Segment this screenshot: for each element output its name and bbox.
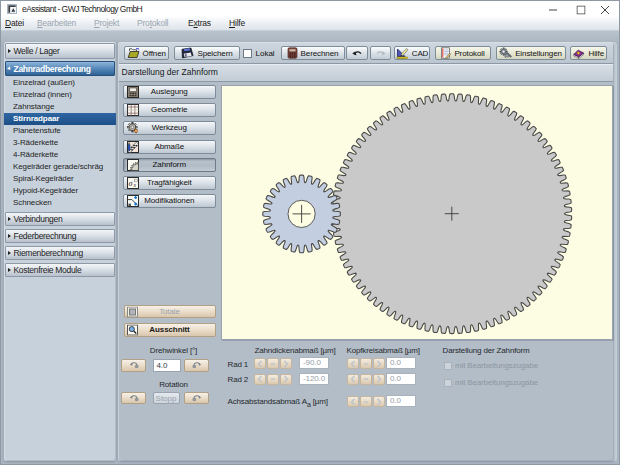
achsabstand-stepper <box>347 396 385 407</box>
menu-item-protokoll[interactable]: Protokoll <box>137 17 168 30</box>
auslegung-button[interactable]: Auslegung <box>123 85 217 99</box>
rad1-input[interactable]: -90.0 <box>299 357 329 369</box>
display-options-title: Darstellung der Zahnform <box>443 346 530 355</box>
sidebar-item-planetenstufe[interactable]: Planetenstufe <box>4 125 116 137</box>
rad1-stepper-decrement-button[interactable] <box>254 358 266 369</box>
report-button[interactable]: Protokoll <box>435 46 491 60</box>
sidebar-section-verbindungen[interactable]: Verbindungen <box>5 212 115 226</box>
calculate-button-label: Berechnen <box>301 49 339 58</box>
zahnform-button[interactable]: Zahnform <box>123 158 217 172</box>
geometrie-button[interactable]: Geometrie <box>123 103 217 117</box>
kopfkreis-rad1-stepper-increment-button[interactable] <box>373 358 385 369</box>
collapsed-triangle-icon <box>8 234 11 238</box>
bearbeitungszugabe-checkbox-1[interactable] <box>444 362 452 370</box>
kopfkreis-rad2-stepper <box>347 374 385 385</box>
minimize-button[interactable] <box>539 1 567 18</box>
achsabstand-input[interactable]: 0.0 <box>386 395 416 407</box>
zero-icon <box>361 374 371 384</box>
rad2-stepper-zero-button[interactable] <box>267 374 279 385</box>
rad1-stepper-zero-button[interactable] <box>267 358 279 369</box>
rotation-label: Rotation <box>146 380 201 389</box>
collapsed-triangle-icon <box>8 49 11 53</box>
redo-icon <box>375 49 387 58</box>
sidebar-item-list: Einzelrad (außen)Einzelrad (innen)Zahnst… <box>4 77 116 209</box>
sidebar-section-kostenfreie-module[interactable]: Kostenfreie Module <box>5 263 115 277</box>
rad1-stepper-increment-button[interactable] <box>280 358 292 369</box>
sidebar-section-riemenberechnung[interactable]: Riemenberechnung <box>5 246 115 260</box>
redo-button[interactable] <box>370 46 391 60</box>
sidebar-item-3-räderkette[interactable]: 3-Räderkette <box>4 137 116 149</box>
rad2-stepper <box>254 374 292 385</box>
kopfkreis-rad1-input[interactable]: 0.0 <box>386 357 416 369</box>
menu-item-extras[interactable]: Extras <box>188 17 211 30</box>
undo-button[interactable] <box>346 46 368 60</box>
achsabstand-stepper-increment-button[interactable] <box>373 396 385 407</box>
sidebar-item-schnecken[interactable]: Schnecken <box>4 197 116 209</box>
rad2-stepper-decrement-button[interactable] <box>254 374 266 385</box>
calculate-button[interactable]: Berechnen <box>281 46 345 60</box>
gear-canvas <box>221 85 613 340</box>
rad1-stepper <box>254 358 292 369</box>
rotate-ccw-icon <box>128 394 140 402</box>
menu-item-projekt[interactable]: Projekt <box>94 17 119 30</box>
sidebar-section-label: Zahnradberechnung <box>14 64 91 74</box>
sidebar-section-zahnradberechnung[interactable]: Zahnradberechnung <box>5 61 115 76</box>
close-button[interactable] <box>591 1 619 18</box>
achsabstand-stepper-decrement-button[interactable] <box>347 396 359 407</box>
nav-button-label: Modifikationen <box>124 195 216 207</box>
ausschnitt-button[interactable]: Ausschnitt <box>124 323 216 337</box>
local-checkbox[interactable] <box>243 49 252 58</box>
kopfkreis-rad1-stepper-decrement-button[interactable] <box>347 358 359 369</box>
sidebar-item-stirnradpaar[interactable]: Stirnradpaar <box>4 113 116 125</box>
rad2-input[interactable]: -120.0 <box>299 373 329 385</box>
sidebar-item-4-räderkette[interactable]: 4-Räderkette <box>4 149 116 161</box>
sidebar-item-einzelrad-innen-[interactable]: Einzelrad (innen) <box>4 89 116 101</box>
settings-button[interactable]: Einstellungen <box>496 46 566 60</box>
abma-e-button[interactable]: Abmaße <box>123 140 217 154</box>
ausschnitt-button-label: Ausschnitt <box>125 325 215 334</box>
sidebar-item-zahnstange[interactable]: Zahnstange <box>4 101 116 113</box>
sidebar-section-welle-lager[interactable]: Welle / Lager <box>5 43 115 59</box>
kopfkreis-rad2-stepper-zero-button[interactable] <box>360 374 372 385</box>
stopp-button[interactable]: Stopp <box>153 392 180 405</box>
cad-button[interactable]: CAD <box>394 46 430 60</box>
menu-item-datei[interactable]: Datei <box>5 17 24 30</box>
sidebar-section-federberechnung[interactable]: Federberechnung <box>5 229 115 243</box>
save-floppy-icon <box>180 47 194 59</box>
rad2-stepper-increment-button[interactable] <box>280 374 292 385</box>
nav-button-label: Werkzeug <box>124 122 216 134</box>
save-button[interactable]: Speichern <box>174 46 240 60</box>
help-button[interactable]: Hilfe <box>570 46 607 60</box>
rotate-ccw-button[interactable] <box>121 359 146 372</box>
sidebar-item-einzelrad-außen-[interactable]: Einzelrad (außen) <box>4 77 116 89</box>
sidebar-item-kegelräder-gerade-schräg[interactable]: Kegelräder gerade/schräg <box>4 161 116 173</box>
bearbeitungszugabe-checkbox-2[interactable] <box>444 379 452 387</box>
rotate-cw-icon <box>191 361 203 369</box>
kopfkreis-rad2-stepper-decrement-button[interactable] <box>347 374 359 385</box>
rotate-ccw-icon <box>128 361 140 369</box>
app-icon <box>7 4 17 14</box>
menu-item-hilfe[interactable]: Hilfe <box>229 17 245 30</box>
kopfkreis-rad1-stepper-zero-button[interactable] <box>360 358 372 369</box>
collapsed-triangle-icon <box>8 217 11 221</box>
kopfkreis-rad2-stepper-increment-button[interactable] <box>373 374 385 385</box>
rotation-cw-button[interactable] <box>184 392 209 405</box>
sidebar-item-hypoid-kegelräder[interactable]: Hypoid-Kegelräder <box>4 185 116 197</box>
werkzeug-button[interactable]: Werkzeug <box>123 121 217 135</box>
nav-button-label: Abmaße <box>124 141 216 153</box>
rotation-ccw-button[interactable] <box>121 392 146 405</box>
totale-button[interactable]: Totale <box>124 305 216 318</box>
open-button[interactable]: Öffnen <box>124 46 170 60</box>
kopfkreis-rad2-input[interactable]: 0.0 <box>386 373 416 385</box>
tragf-higkeit-button[interactable]: σxTragfähigkeit <box>123 176 217 190</box>
nav-button-label: Tragfähigkeit <box>124 177 216 189</box>
rotate-cw-button[interactable] <box>184 359 209 372</box>
rad1-label: Rad 1 <box>228 360 249 369</box>
modifikationen-button[interactable]: Modifikationen <box>123 194 217 208</box>
main-panel: Öffnen Speichern Lokal <box>118 42 614 461</box>
drehwinkel-input[interactable]: 4.0 <box>153 359 181 372</box>
toolbar: Öffnen Speichern Lokal <box>119 43 613 64</box>
menu-item-bearbeiten[interactable]: Bearbeiten <box>37 17 76 30</box>
achsabstand-stepper-zero-button[interactable] <box>360 396 372 407</box>
sidebar-item-spiral-kegelräder[interactable]: Spiral-Kegelräder <box>4 173 116 185</box>
